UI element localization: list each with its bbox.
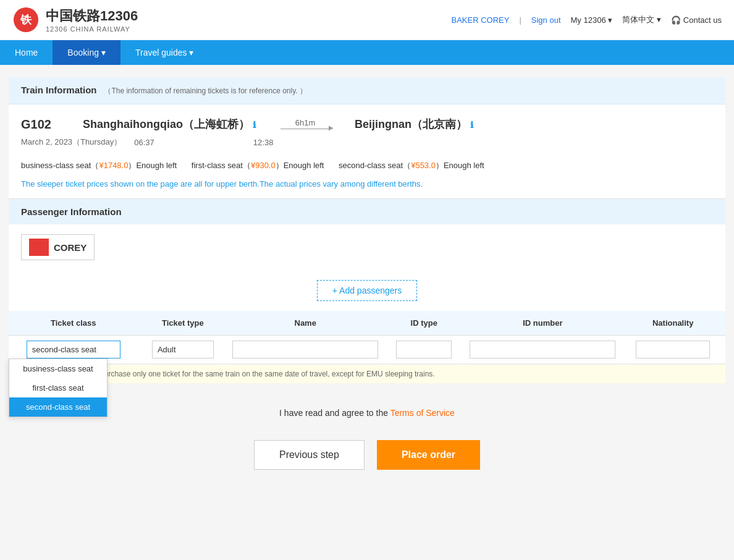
name-cell (227, 336, 383, 364)
logo-area: 铁 中国铁路12306 12306 CHINA RAILWAY (12, 6, 138, 33)
passenger-info-header: Passenger Information (9, 199, 725, 224)
nav-item-travel-guides[interactable]: Travel guides ▾ (120, 40, 209, 65)
booking-arrow-icon: ▾ (101, 48, 106, 57)
nav: Home Booking ▾ Travel guides ▾ (0, 40, 734, 65)
nationality-cell (620, 336, 725, 364)
language-selector[interactable]: 简体中文 ▾ (622, 14, 661, 25)
id-number-cell (465, 336, 620, 364)
col-ticket-type: Ticket type (138, 311, 228, 336)
train-info-header: Train Information （The information of re… (9, 77, 725, 104)
col-ticket-class: Ticket class (9, 311, 138, 336)
logo-icon: 铁 (12, 6, 40, 33)
contact-link[interactable]: 🎧 Contact us (671, 15, 722, 25)
logo-text: 中国铁路12306 12306 CHINA RAILWAY (46, 7, 138, 33)
first-price: first-class seat（¥930.0）Enough left (192, 160, 324, 171)
passenger-table-container: Ticket class Ticket type Name ID type ID… (9, 311, 725, 383)
nationality-input[interactable] (636, 341, 710, 358)
headset-icon: 🎧 (671, 15, 681, 25)
table-row: second-class seat business-class seat fi… (9, 336, 725, 364)
passenger-tag[interactable]: COREY (21, 234, 95, 260)
button-row: Previous step Place order (0, 430, 734, 494)
duration-area: 6h1m (268, 118, 342, 130)
separator: | (519, 15, 521, 25)
ticket-class-dropdown: business-class seat first-class seat sec… (9, 358, 108, 417)
passenger-info-title: Passenger Information (21, 206, 122, 217)
id-number-input[interactable] (470, 341, 615, 358)
add-passengers-button[interactable]: + Add passengers (317, 280, 417, 301)
col-id-number: ID number (465, 311, 620, 336)
header-right: BAKER COREY | Sign out My 12306 ▾ 简体中文 ▾… (452, 14, 722, 25)
logo-title: 中国铁路12306 (46, 7, 138, 25)
train-details: G102 Shanghaihongqiao（上海虹桥） ℹ 6h1m Beiji… (9, 104, 725, 160)
destination-station: Beijingnan（北京南） ℹ (355, 117, 473, 132)
ticket-class-wrapper: second-class seat business-class seat fi… (27, 341, 120, 358)
origin-station: Shanghaihongqiao（上海虹桥） ℹ (83, 117, 256, 132)
second-price: second-class seat（¥553.0）Enough left (339, 160, 484, 171)
valid-id-note: A valid ID can be used to purchase only … (9, 364, 725, 383)
ticket-class-cell: second-class seat business-class seat fi… (9, 336, 138, 364)
terms-row: I have read and agree to the Terms of Se… (0, 396, 734, 430)
add-passengers-area: + Add passengers (9, 280, 725, 301)
my-12306-link[interactable]: My 12306 ▾ (571, 15, 613, 25)
passenger-name: COREY (54, 242, 86, 253)
main-content: Train Information （The information of re… (9, 77, 725, 383)
svg-text:铁: 铁 (20, 14, 32, 26)
terms-text: I have read and agree to the (279, 408, 390, 418)
dropdown-item-business[interactable]: business-class seat (9, 359, 107, 378)
header: 铁 中国铁路12306 12306 CHINA RAILWAY BAKER CO… (0, 0, 734, 40)
place-order-button[interactable]: Place order (377, 440, 480, 470)
dropdown-item-second[interactable]: second-class seat (9, 397, 107, 417)
arrive-time: 12:38 (253, 138, 274, 147)
col-name: Name (227, 311, 383, 336)
second-amount: ¥553.0 (411, 161, 436, 170)
train-number: G102 (21, 117, 70, 132)
train-info-title: Train Information (21, 85, 97, 95)
col-nationality: Nationality (620, 311, 725, 336)
ticket-type-select[interactable]: Adult (152, 341, 214, 358)
business-amount: ¥1748.0 (99, 161, 128, 170)
sign-out-link[interactable]: Sign out (531, 15, 561, 25)
name-input[interactable] (232, 341, 378, 358)
travel-date: March 2, 2023（Thursday） (21, 137, 122, 148)
terms-of-service-link[interactable]: Terms of Service (390, 408, 455, 418)
destination-info-icon[interactable]: ℹ (470, 120, 473, 130)
logo-subtitle: 12306 CHINA RAILWAY (46, 25, 138, 33)
ticket-prices: business-class seat（¥1748.0）Enough left … (9, 160, 725, 179)
nav-item-home[interactable]: Home (0, 40, 53, 65)
passenger-section: Passenger Information COREY + Add passen… (9, 198, 725, 383)
col-id-type: ID type (383, 311, 465, 336)
train-row: G102 Shanghaihongqiao（上海虹桥） ℹ 6h1m Beiji… (21, 117, 713, 132)
passenger-list: COREY (9, 224, 725, 270)
table-header-row: Ticket class Ticket type Name ID type ID… (9, 311, 725, 336)
train-info-note: （The information of remaining tickets is… (104, 87, 307, 95)
ticket-type-wrapper: Adult (152, 341, 214, 358)
passenger-table: Ticket class Ticket type Name ID type ID… (9, 311, 725, 364)
previous-step-button[interactable]: Previous step (254, 440, 365, 470)
duration-line (281, 129, 330, 129)
sleeper-note-text: The sleeper ticket prices shown on the p… (21, 179, 423, 189)
dropdown-item-first[interactable]: first-class seat (9, 378, 107, 397)
user-link[interactable]: BAKER COREY (452, 15, 510, 25)
id-type-cell (383, 336, 465, 364)
origin-info-icon[interactable]: ℹ (253, 120, 256, 130)
date-time-row: March 2, 2023（Thursday） 06:37 12:38 (21, 137, 713, 148)
depart-time: 06:37 (134, 138, 154, 147)
travel-arrow-icon: ▾ (189, 48, 193, 57)
duration-text: 6h1m (295, 118, 316, 127)
business-price: business-class seat（¥1748.0）Enough left (21, 160, 177, 171)
nav-item-booking[interactable]: Booking ▾ (53, 40, 120, 65)
id-type-input[interactable] (396, 341, 452, 358)
ticket-class-select[interactable]: second-class seat business-class seat fi… (27, 341, 120, 358)
ticket-type-cell: Adult (138, 336, 228, 364)
first-amount: ¥930.0 (251, 161, 276, 170)
sleeper-note: The sleeper ticket prices shown on the p… (9, 179, 725, 198)
passenger-color-badge (29, 239, 49, 256)
